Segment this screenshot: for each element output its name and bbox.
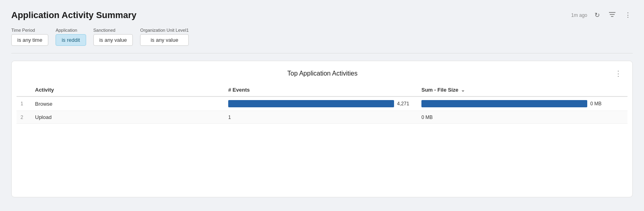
- filter-label-2: Sanctioned: [93, 28, 133, 33]
- events-bar: [228, 100, 394, 107]
- filter-group-2: Sanctionedis any value: [93, 28, 133, 46]
- card-more-icon: ⋮: [615, 69, 622, 78]
- more-options-icon: ⋮: [625, 11, 631, 19]
- filter-icon: [609, 12, 616, 19]
- filesize-value: 0 MB: [421, 115, 433, 120]
- filesize-value: 0 MB: [590, 101, 602, 107]
- last-updated-timestamp: 1m ago: [571, 12, 587, 18]
- row-events: 4,271: [224, 96, 417, 111]
- activities-table: Activity # Events Sum - File Size ⌄: [17, 84, 627, 124]
- table-row: 2Upload10 MB: [17, 111, 627, 124]
- header-actions: 1m ago ↻ ⋮: [571, 10, 633, 20]
- page-header: Application Activity Summary 1m ago ↻ ⋮: [11, 10, 633, 20]
- filter-button[interactable]: [607, 10, 617, 20]
- row-num: 1: [17, 96, 31, 111]
- filter-group-0: Time Periodis any time: [11, 28, 48, 46]
- filter-button-0[interactable]: is any time: [11, 34, 48, 46]
- row-filesize: 0 MB: [417, 96, 627, 111]
- filter-group-3: Organization Unit Level1is any value: [140, 28, 188, 46]
- col-header-activity[interactable]: Activity: [31, 84, 224, 96]
- filter-label-0: Time Period: [11, 28, 48, 33]
- table-body: 1Browse4,2710 MB2Upload10 MB: [17, 96, 627, 124]
- card-header: Top Application Activities ⋮: [12, 61, 632, 84]
- row-num: 2: [17, 111, 31, 124]
- card-more-button[interactable]: ⋮: [612, 68, 624, 79]
- filter-label-1: Application: [56, 28, 86, 33]
- card-title: Top Application Activities: [33, 70, 612, 77]
- page-title: Application Activity Summary: [11, 10, 136, 20]
- table-header: Activity # Events Sum - File Size ⌄: [17, 84, 627, 96]
- filesize-bar: [421, 100, 587, 107]
- divider: [11, 53, 633, 53]
- col-header-events[interactable]: # Events: [224, 84, 417, 96]
- row-filesize: 0 MB: [417, 111, 627, 124]
- row-activity: Upload: [31, 111, 224, 124]
- row-activity: Browse: [31, 96, 224, 111]
- filter-button-2[interactable]: is any value: [93, 34, 133, 46]
- filesize-sort-icon: ⌄: [461, 87, 465, 93]
- table-row: 1Browse4,2710 MB: [17, 96, 627, 111]
- events-value: 1: [228, 115, 231, 120]
- top-activities-card: Top Application Activities ⋮ Activity: [11, 61, 633, 197]
- more-options-button[interactable]: ⋮: [623, 10, 633, 20]
- refresh-icon: ↻: [594, 11, 600, 19]
- filter-group-1: Applicationis reddit: [56, 28, 86, 46]
- events-value: 4,271: [397, 101, 409, 107]
- filter-button-1[interactable]: is reddit: [56, 34, 86, 46]
- refresh-button[interactable]: ↻: [593, 10, 601, 20]
- filter-label-3: Organization Unit Level1: [140, 28, 188, 33]
- col-header-filesize[interactable]: Sum - File Size ⌄: [417, 84, 627, 96]
- col-header-num: [17, 84, 31, 96]
- filter-button-3[interactable]: is any value: [140, 34, 188, 46]
- page: Application Activity Summary 1m ago ↻ ⋮: [0, 0, 644, 211]
- table-container: Activity # Events Sum - File Size ⌄: [12, 84, 632, 129]
- row-events: 1: [224, 111, 417, 124]
- filters-row: Time Periodis any timeApplicationis redd…: [11, 28, 633, 46]
